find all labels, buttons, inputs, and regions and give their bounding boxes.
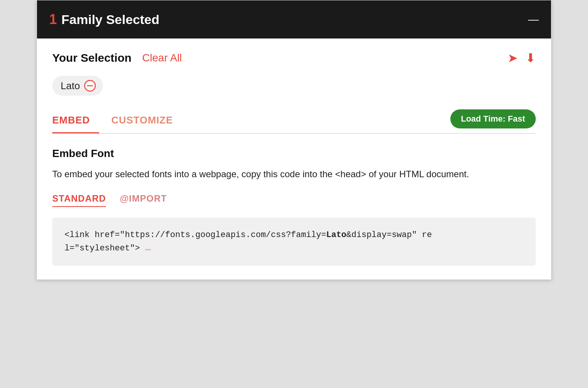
load-time-badge: Load Time: Fast: [450, 109, 536, 128]
family-count: 1: [49, 11, 57, 27]
tabs-row: EMBED CUSTOMIZE Load Time: Fast: [52, 109, 536, 134]
code-line1-end: &display=swap" re: [346, 230, 432, 240]
header-bar: 1 Family Selected —: [37, 0, 551, 38]
embed-tab-import[interactable]: @IMPORT: [120, 193, 167, 207]
code-line2: l="stylesheet">: [64, 244, 140, 253]
body-content: Embed Font To embed your selected fonts …: [52, 134, 536, 279]
selection-left: Your Selection Clear All: [52, 51, 182, 64]
download-icon[interactable]: ⬇: [525, 51, 536, 65]
code-font-name: Lato: [326, 230, 347, 240]
tab-customize[interactable]: CUSTOMIZE: [111, 110, 182, 133]
font-chip-name: Lato: [61, 80, 80, 92]
header-label: Family Selected: [61, 12, 159, 27]
tab-embed[interactable]: EMBED: [52, 110, 99, 133]
share-icon[interactable]: ➤: [508, 51, 518, 65]
font-chip-lato: Lato: [52, 76, 103, 96]
code-block: <link href="https://fonts.googleapis.com…: [52, 218, 536, 266]
selection-actions: ➤ ⬇: [508, 51, 536, 65]
header-title: 1 Family Selected: [49, 11, 159, 27]
font-chips: Lato: [52, 76, 536, 96]
your-selection-label: Your Selection: [52, 51, 132, 64]
tabs-left: EMBED CUSTOMIZE: [52, 110, 194, 133]
embed-tab-standard[interactable]: STANDARD: [52, 193, 106, 207]
embed-font-title: Embed Font: [52, 148, 536, 160]
selection-row: Your Selection Clear All ➤ ⬇: [52, 51, 536, 65]
main-panel: 1 Family Selected — Your Selection Clear…: [37, 0, 551, 280]
content-area: Your Selection Clear All ➤ ⬇ Lato: [37, 38, 551, 279]
code-line1-start: <link href="https://fonts.googleapis.com…: [64, 230, 326, 240]
code-highlight: [145, 249, 151, 250]
minimize-button[interactable]: —: [528, 14, 539, 25]
clear-all-button[interactable]: Clear All: [142, 52, 182, 64]
embed-tabs: STANDARD @IMPORT: [52, 193, 536, 207]
embed-font-desc: To embed your selected fonts into a webp…: [52, 167, 536, 181]
remove-font-button[interactable]: [84, 80, 96, 92]
